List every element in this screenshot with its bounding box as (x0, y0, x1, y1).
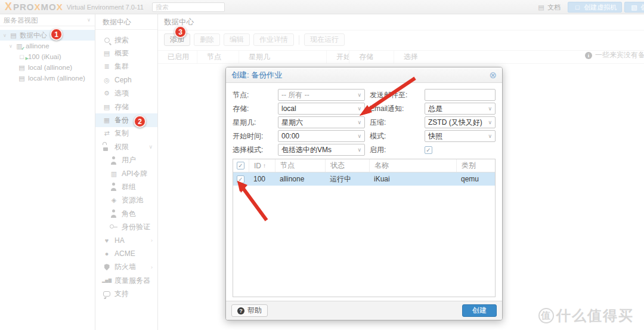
pool-icon: ◈ (110, 196, 118, 205)
guests-not-covered-notice: 一些来宾没有备份 (585, 50, 644, 60)
start-time-select[interactable]: 00:00∨ (278, 130, 365, 142)
cluster-icon: ≣ (103, 63, 111, 71)
menu-item-support[interactable]: 支持 (95, 287, 157, 300)
column-storage[interactable]: 存储 (349, 51, 394, 63)
column-name[interactable]: 名称 (369, 159, 456, 172)
backup-icon: ▦ (103, 116, 111, 125)
chevron-down-icon: ∨ (357, 92, 361, 98)
column-type[interactable]: 类别 (456, 159, 495, 172)
top-bar: XPROXMOX Virtual Environment 7.0-11 ▤文档 … (0, 0, 644, 14)
tree-view-selector[interactable]: 服务器视图∨ (0, 14, 95, 26)
column-node[interactable]: 节点 (275, 159, 325, 172)
guest-row-100[interactable]: 100 allinone 运行中 iKuai qemu (233, 172, 495, 186)
menu-item-authentication[interactable]: 身份验证 (95, 220, 157, 233)
chevron-down-icon: ∨ (488, 106, 492, 112)
menu-item-pools[interactable]: ◈资源池 (95, 194, 157, 207)
chevron-down-icon: ∨ (488, 119, 492, 125)
user-icon (110, 156, 118, 165)
watermark-badge: 值 (538, 308, 554, 323)
menu-item-ceph[interactable]: ◎Ceph (95, 73, 157, 87)
table-empty-area (233, 186, 495, 297)
node-select[interactable]: -- 所有 --∨ (278, 89, 365, 101)
column-status[interactable]: 状态 (325, 159, 369, 172)
annotation-badge-2: 2 (134, 115, 146, 128)
edit-button[interactable]: 编辑 (224, 33, 250, 46)
annotation-badge-1: 1 (50, 28, 63, 41)
field-enabled: 启用: (370, 144, 496, 156)
menu-item-metric-server[interactable]: ▂▅▇度量服务器 (95, 274, 157, 287)
job-detail-button[interactable]: 作业详情 (253, 33, 294, 46)
menu-item-replication[interactable]: ⇄复制 (95, 127, 157, 140)
compression-select[interactable]: ZSTD (又快又好)∨ (425, 116, 496, 128)
menu-item-firewall[interactable]: 防火墙› (95, 261, 157, 274)
send-email-input[interactable] (425, 89, 496, 101)
chevron-right-icon: › (151, 238, 153, 243)
select-all-checkbox[interactable] (237, 162, 244, 169)
menu-item-users[interactable]: 用户 (95, 154, 157, 167)
storage-select[interactable]: local∨ (278, 103, 365, 115)
menu-item-options[interactable]: ⚙选项 (95, 87, 157, 100)
annotation-badge-3: 3 (174, 26, 187, 38)
expander-icon[interactable]: ∨ (8, 44, 13, 49)
storage-icon: ▤ (18, 64, 26, 72)
backup-toolbar: 添加 删除 编辑 作业详情 现在运行 (158, 30, 644, 49)
menu-item-summary[interactable]: ▤概要 (95, 47, 157, 60)
database-icon: ▤ (103, 103, 111, 111)
global-search-input[interactable] (152, 2, 225, 12)
close-icon[interactable]: ⊗ (489, 70, 497, 79)
menu-item-search[interactable]: 搜索 (95, 33, 157, 47)
docs-button[interactable]: ▤文档 (532, 2, 565, 13)
email-notification-select[interactable]: 总是∨ (425, 103, 496, 115)
run-now-button[interactable]: 现在运行 (304, 33, 345, 46)
server-tree-panel: 服务器视图∨ ∨ ▤ 数据中心 ∨ ▥✓ allinone □▶ 100 (iK… (0, 14, 95, 330)
heart-icon: ♥ (103, 236, 111, 245)
menu-item-cluster[interactable]: ≣集群 (95, 60, 157, 73)
menu-item-ha[interactable]: ♥HA› (95, 234, 157, 247)
chat-icon (103, 290, 111, 298)
tree-item-storage-local-lvm[interactable]: ▤ local-lvm (allinone) (0, 73, 95, 84)
ceph-icon: ◎ (103, 76, 111, 84)
help-icon (237, 307, 244, 314)
remove-button[interactable]: 删除 (194, 33, 220, 46)
cell-name: iKuai (369, 172, 456, 186)
mode-select[interactable]: 快照∨ (425, 130, 496, 142)
menu-item-storage[interactable]: ▤存储 (95, 100, 157, 113)
menu-item-roles[interactable]: 角色 (95, 207, 157, 220)
toolbar-separator (299, 35, 299, 45)
shield-icon (103, 263, 111, 272)
column-start[interactable]: 开始... (326, 51, 349, 63)
tree-item-datacenter[interactable]: ∨ ▤ 数据中心 (0, 30, 95, 41)
help-button[interactable]: 帮助 (231, 304, 268, 317)
column-enabled[interactable]: 已启用 (158, 51, 197, 63)
vm-icon: □▶ (18, 53, 26, 60)
info-icon (585, 52, 592, 59)
menu-item-permissions[interactable]: 权限∨ (95, 140, 157, 153)
row-checkbox[interactable] (237, 175, 244, 183)
menu-item-acme[interactable]: ●ACME (95, 247, 157, 260)
datacenter-icon: ▤ (10, 32, 17, 39)
enabled-checkbox[interactable] (425, 146, 432, 154)
create-ct-button[interactable]: ▧创建CT (624, 2, 644, 13)
tree-item-storage-local[interactable]: ▤ local (allinone) (0, 62, 95, 73)
selection-mode-select[interactable]: 包括选中的VMs∨ (278, 144, 365, 156)
create-button[interactable]: 创建 (462, 304, 497, 317)
menu-item-groups[interactable]: 群组 (95, 180, 157, 193)
day-of-week-select[interactable]: 星期六∨ (278, 116, 365, 128)
dialog-header[interactable]: 创建: 备份作业 ⊗ (226, 67, 502, 83)
cell-type: qemu (456, 172, 495, 186)
tree-item-vm-100[interactable]: □▶ 100 (iKuai) (0, 51, 95, 62)
menu-item-api-tokens[interactable]: ▥API令牌 (95, 167, 157, 180)
chevron-down-icon: ∨ (357, 106, 361, 112)
menu-item-backup[interactable]: ▦备份 (95, 113, 157, 127)
guest-table-header: ID↑ 节点 状态 名称 类别 (233, 159, 495, 172)
token-icon: ▥ (110, 169, 118, 178)
field-day-of-week: 星期几: 星期六∨ (233, 116, 365, 128)
expander-icon[interactable]: ∨ (2, 33, 7, 38)
search-icon (103, 36, 111, 44)
column-node[interactable]: 节点 (197, 51, 239, 63)
column-dow[interactable]: 星期几 (239, 51, 326, 63)
create-vm-button[interactable]: □创建虚拟机 (568, 2, 622, 13)
tree-item-node-allinone[interactable]: ∨ ▥✓ allinone (0, 41, 95, 51)
column-id[interactable]: ID↑ (249, 159, 275, 172)
dialog-title: 创建: 备份作业 (231, 70, 282, 81)
